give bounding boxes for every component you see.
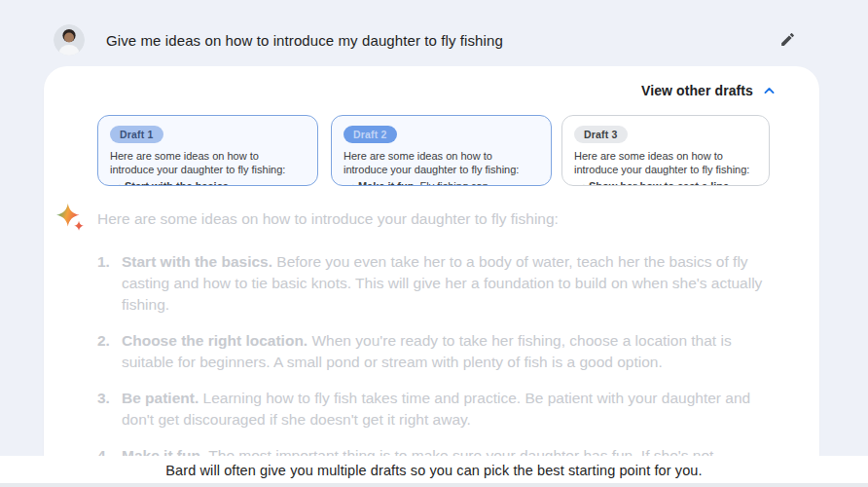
bard-answer: Here are some ideas on how to introduce … [97,208,771,456]
answer-item-3: 3. Be patient. Learning how to fly fish … [97,388,771,431]
bard-conversation-view: Give me ideas on how to introduce my dau… [0,0,868,487]
answer-item-2-text: Choose the right location. When you're r… [122,330,771,373]
draft-3-intro: Here are some ideas on how to introduce … [574,149,757,176]
draft-2-badge: Draft 2 [344,126,397,143]
answer-item-3-body: Learning how to fly fish takes time and … [122,390,750,428]
answer-item-2: 2. Choose the right location. When you'r… [97,330,771,373]
draft-3-bullet: Show her how to cast a line [574,179,757,186]
answer-item-4-body: The most important thing is to make sure… [204,447,713,456]
draft-2-bullet: Make it fun. Fly fishing can [344,179,539,186]
footer-caption: Bard will often give you multiple drafts… [165,463,702,478]
draft-1-badge: Draft 1 [110,126,163,143]
draft-3-badge: Draft 3 [574,126,628,143]
answer-item-2-number: 2. [97,330,122,373]
sparkle-icon [56,204,86,233]
bottom-edge-divider [0,483,868,487]
answer-item-1-lead: Start with the basics. [122,253,272,270]
draft-1-bullet-lead: Start with the basics [125,180,229,186]
answer-item-2-lead: Choose the right location. [122,332,307,349]
answer-intro: Here are some ideas on how to introduce … [97,208,771,230]
prompt-text: Give me ideas on how to introduce my dau… [106,32,503,49]
draft-card-2[interactable]: Draft 2 Here are some ideas on how to in… [331,115,552,186]
draft-3-bullet-lead: Show her how to cast a line [589,180,729,186]
draft-2-bullet-rest: Fly fishing can [416,180,488,186]
user-avatar [54,24,85,56]
answer-item-3-number: 3. [97,388,122,431]
draft-1-intro: Here are some ideas on how to introduce … [110,149,306,176]
edit-prompt-button[interactable] [777,30,798,52]
draft-card-1[interactable]: Draft 1 Here are some ideas on how to in… [97,115,318,186]
view-other-drafts-toggle[interactable]: View other drafts [641,83,777,98]
answer-item-3-lead: Be patient. [122,390,199,406]
bard-response-card: View other drafts Draft 1 Here are some … [44,66,819,456]
answer-item-4-lead: Make it fun. [122,447,204,456]
answer-item-4-text: Make it fun. The most important thing is… [122,445,771,456]
pencil-icon [779,31,796,48]
answer-item-4-number: 4. [97,445,122,456]
draft-2-bullet-lead: Make it fun. [358,180,417,186]
answer-item-1: 1. Start with the basics. Before you eve… [97,251,771,316]
answer-item-3-text: Be patient. Learning how to fly fish tak… [122,388,771,431]
user-prompt-row: Give me ideas on how to introduce my dau… [54,21,829,58]
answer-item-1-number: 1. [97,251,122,316]
draft-2-intro: Here are some ideas on how to introduce … [344,149,539,176]
draft-1-bullet: Start with the basics [110,179,306,186]
draft-card-3[interactable]: Draft 3 Here are some ideas on how to in… [561,115,770,186]
answer-item-4: 4. Make it fun. The most important thing… [97,445,771,456]
view-other-drafts-label: View other drafts [641,83,753,98]
answer-item-1-text: Start with the basics. Before you even t… [122,251,771,316]
chevron-up-icon [762,84,777,98]
